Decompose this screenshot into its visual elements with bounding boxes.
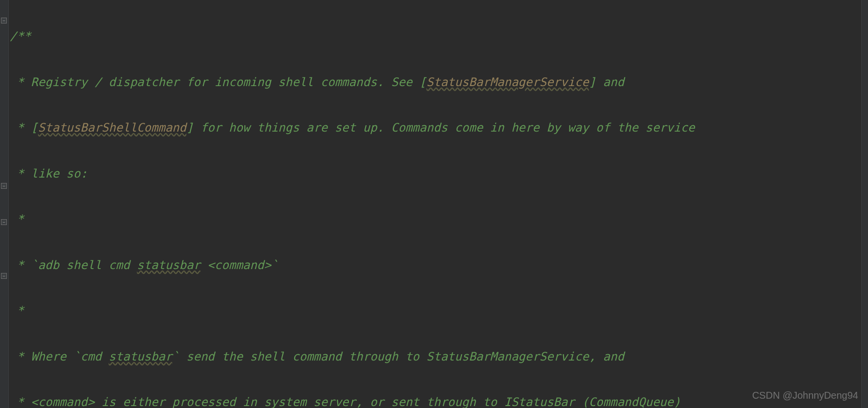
gutter: − − − − bbox=[0, 0, 9, 408]
doc-comment-line: * like so: bbox=[10, 167, 87, 181]
doc-comment-line: * bbox=[10, 304, 24, 317]
watermark: CSDN @JohnnyDeng94 bbox=[752, 390, 858, 401]
doc-comment-line: * bbox=[10, 212, 24, 226]
doc-link[interactable]: StatusBarShellCommand bbox=[38, 121, 186, 135]
doc-comment-line: ] for how things are set up. Commands co… bbox=[186, 121, 694, 135]
fold-marker[interactable]: − bbox=[1, 183, 7, 189]
doc-link[interactable]: StatusBarManagerService bbox=[427, 75, 589, 89]
doc-typo: statusbar bbox=[108, 350, 172, 363]
doc-comment-line: ` send the shell command through to Stat… bbox=[172, 350, 624, 363]
code-editor[interactable]: − − − − /** * Registry / dispatcher for … bbox=[0, 0, 868, 408]
fold-marker[interactable]: − bbox=[1, 219, 7, 225]
code-area[interactable]: /** * Registry / dispatcher for incoming… bbox=[9, 0, 868, 408]
doc-comment-line: * Where `cmd bbox=[10, 350, 108, 363]
doc-comment-line: * <command> is either processed in syste… bbox=[10, 395, 681, 408]
doc-comment-line: * [ bbox=[10, 121, 38, 135]
doc-typo: statusbar bbox=[137, 258, 200, 272]
doc-comment-line: <command>` bbox=[200, 258, 278, 272]
scrollbar-strip[interactable] bbox=[861, 0, 868, 408]
doc-comment-open: /** bbox=[10, 29, 31, 43]
fold-marker[interactable]: − bbox=[1, 273, 7, 279]
doc-comment-line: * Registry / dispatcher for incoming she… bbox=[10, 75, 427, 89]
doc-comment-line: * `adb shell cmd bbox=[10, 258, 137, 272]
fold-marker[interactable]: − bbox=[1, 18, 7, 23]
doc-comment-line: ] and bbox=[589, 75, 624, 89]
